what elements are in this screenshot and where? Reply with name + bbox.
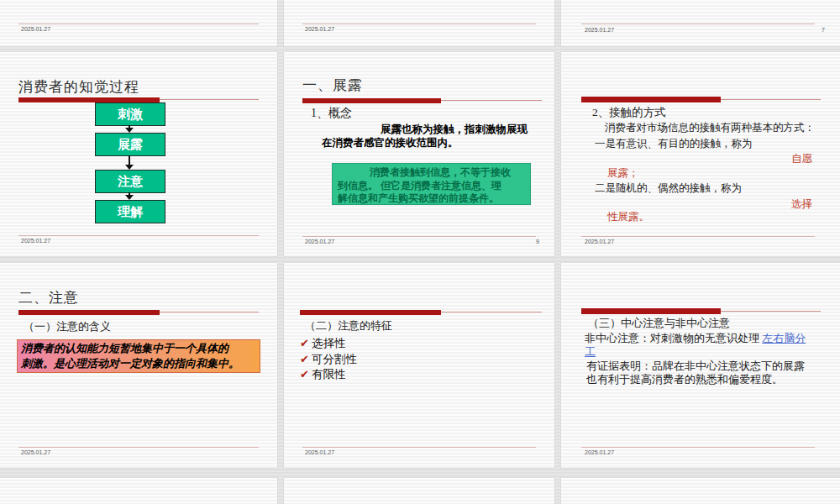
bullet-item: ✔可分割性 [300, 351, 357, 367]
slide-thumb-partial-top-right[interactable]: 2025.01.27 7 [561, 0, 840, 46]
footer-page-number: 7 [822, 27, 825, 33]
panel-text-line: 解信息和产生购买欲望的前提条件。 [338, 192, 525, 206]
title-underline-thin [441, 312, 542, 312]
title-underline-bar [581, 308, 721, 314]
section-heading: （三）中心注意与非中心注意 [588, 316, 730, 331]
section-heading: 2、接触的方式 [592, 105, 666, 120]
bullet-item: ✔选择性 [300, 335, 345, 351]
checkmark-icon: ✔ [300, 353, 309, 365]
footer-date: 2025.01.27 [305, 239, 334, 244]
body-text-line: 一是有意识、有目的的接触，称为 [595, 137, 753, 151]
slide-title: 二、注意 [18, 288, 79, 307]
slide-thumb-attention-features[interactable]: （二）注意的特征 ✔选择性 ✔可分割性 ✔有限性 2025.01.27 [284, 263, 554, 468]
emphasis-red-text: 性展露。 [607, 210, 649, 224]
slide-thumb-partial-top-center[interactable]: 2025.01.27 [284, 0, 554, 46]
title-underline-thin [160, 99, 259, 100]
slide-thumb-contact-methods[interactable]: 2、接触的方式 消费者对市场信息的接触有两种基本的方式： 一是有意识、有目的的接… [561, 52, 840, 256]
body-text-segment: 非中心注意：对刺激物的无意识处理 [585, 332, 762, 344]
footer-divider-line [581, 447, 815, 448]
title-underline-bar [302, 98, 441, 103]
slide-thumb-partial-bottom-right[interactable] [561, 478, 840, 504]
footer-date: 2025.01.27 [21, 238, 50, 244]
emphasis-red-text: 展露； [607, 166, 639, 181]
slide-thumb-partial-top-left[interactable]: 2025.01.27 [0, 0, 277, 46]
flow-box-attention: 注意 [95, 170, 165, 193]
title-underline-bar [18, 310, 160, 315]
footer-date: 2025.01.27 [585, 27, 614, 33]
footer-divider-line [581, 236, 815, 237]
slide-thumb-central-attention[interactable]: （三）中心注意与非中心注意 非中心注意：对刺激物的无意识处理 左右脑分 工 有证… [561, 263, 840, 468]
section-heading: 1、概念 [311, 106, 352, 121]
body-text-line: 在消费者感官的接收范围内。 [322, 136, 459, 150]
slide-thumb-partial-bottom-left[interactable] [0, 478, 277, 504]
hyperlink-brain-division[interactable]: 左右脑分 [762, 332, 806, 344]
footer-divider-line [302, 447, 536, 448]
title-underline-thin [721, 311, 821, 312]
footer-divider-line [18, 24, 259, 24]
title-underline-bar [300, 310, 441, 315]
emphasis-red-text: 选择 [791, 197, 812, 212]
bullet-label: 选择性 [312, 337, 346, 349]
slide-thumb-perception-process[interactable]: 消费者的知觉过程 刺激 展露 注意 理解 2025.01.27 [0, 52, 277, 256]
emphasis-red-text: 自愿 [791, 152, 812, 166]
bullet-label: 可分割性 [312, 353, 357, 365]
body-text-line: 也有利于提高消费者的熟悉和偏爱程度。 [586, 372, 783, 387]
footer-date: 2025.01.27 [305, 26, 334, 32]
footer-divider-line [302, 24, 536, 24]
flow-box-comprehension: 理解 [95, 200, 165, 223]
body-text-line: 非中心注意：对刺激物的无意识处理 左右脑分 [585, 331, 806, 346]
footer-divider-line [302, 236, 536, 237]
checkmark-icon: ✔ [300, 368, 309, 381]
footer-divider-line [18, 235, 259, 236]
title-underline-thin [441, 100, 542, 101]
footer-date: 2025.01.27 [21, 449, 50, 455]
highlight-panel-green: 消费者接触到信息，不等于接收 到信息。 但它是消费者注意信息、理 解信息和产生购… [332, 163, 531, 205]
panel-text-line: 到信息。 但它是消费者注意信息、理 [338, 180, 525, 193]
slide-title: 消费者的知觉过程 [18, 77, 139, 97]
box-text-line: 刺激。是心理活动对一定对象的指向和集中。 [21, 356, 256, 371]
panel-text-line: 消费者接触到信息，不等于接收 [370, 166, 525, 180]
body-text-line: 工 [585, 344, 596, 360]
footer-divider-line [581, 24, 815, 24]
flow-box-stimulus: 刺激 [95, 102, 165, 126]
slide-title: 一、展露 [302, 76, 363, 95]
bullet-item: ✔有限性 [300, 366, 345, 382]
title-underline-thin [721, 99, 821, 100]
slide-thumb-exposure-concept[interactable]: 一、展露 1、概念 展露也称为接触，指刺激物展现 在消费者感官的接收范围内。 消… [284, 52, 554, 256]
slide-thumb-attention-meaning[interactable]: 二、注意 （一）注意的含义 消费者的认知能力短暂地集中于一个具体的 刺激。是心理… [0, 263, 277, 468]
section-heading: （一）注意的含义 [24, 319, 111, 334]
footer-date: 2025.01.27 [585, 449, 614, 455]
footer-date: 2025.01.27 [305, 449, 334, 455]
section-heading: （二）注意的特征 [305, 318, 392, 333]
footer-date: 2025.01.27 [21, 26, 50, 32]
hyperlink-brain-division-wrap[interactable]: 工 [585, 345, 596, 358]
box-text-line: 消费者的认知能力短暂地集中于一个具体的 [21, 341, 256, 356]
body-text-line: 展露也称为接触，指刺激物展现 [381, 123, 528, 137]
body-text-line: 二是随机的、偶然的接触，称为 [595, 181, 742, 196]
title-underline-thin [160, 312, 259, 312]
title-underline-bar [581, 97, 721, 102]
slide-thumb-partial-bottom-center[interactable] [284, 478, 554, 504]
flow-box-exposure: 展露 [95, 133, 165, 156]
footer-divider-line [18, 447, 259, 448]
footer-date: 2025.01.27 [585, 239, 614, 244]
checkmark-icon: ✔ [300, 337, 309, 349]
bullet-label: 有限性 [312, 368, 346, 381]
body-text-line: 消费者对市场信息的接触有两种基本的方式： [605, 121, 815, 135]
footer-page-number: 9 [536, 239, 539, 244]
arrow-connector [129, 155, 130, 165]
highlight-box-gradient: 消费者的认知能力短暂地集中于一个具体的 刺激。是心理活动对一定对象的指向和集中。 [17, 339, 260, 373]
